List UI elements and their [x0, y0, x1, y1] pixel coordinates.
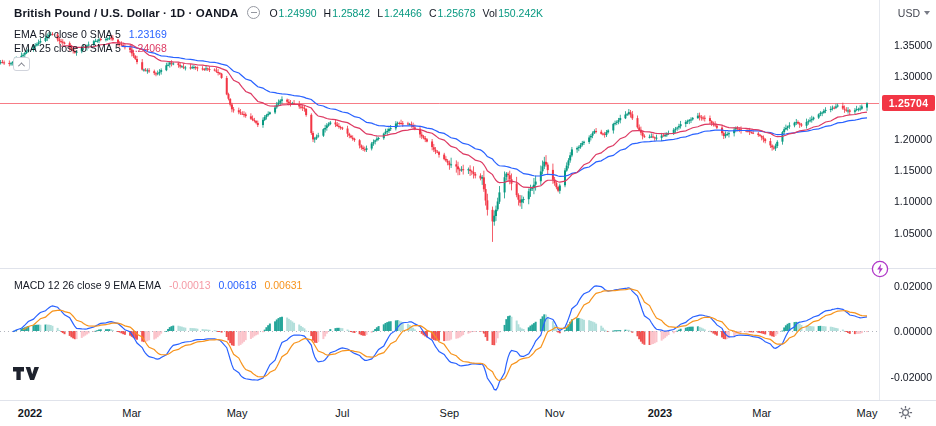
time-tick-label: Sep — [440, 407, 460, 420]
price-tick-label: 1.20000 — [894, 133, 932, 145]
time-tick-label: Nov — [545, 407, 565, 420]
time-axis[interactable]: 2022MarMayJulSepNov2023MarMay — [0, 401, 936, 426]
caret-down-icon — [924, 11, 930, 15]
last-price-badge: 1.25704 — [882, 95, 935, 111]
time-tick-label: 2023 — [648, 407, 672, 420]
time-tick-label: May — [227, 407, 248, 420]
price-tick-label: 1.30000 — [894, 70, 932, 82]
legend-macd[interactable]: MACD 12 26 close 9 EMA EMA -0.00013 0.00… — [14, 279, 302, 291]
legend-macd-hist-value: -0.00013 — [169, 279, 210, 291]
macd-tick-label: 0.00000 — [894, 325, 932, 337]
legend-ema50-label: EMA 50 close 0 SMA 5 — [14, 28, 121, 40]
chart-header: British Pound / U.S. Dollar · 1D · OANDA… — [14, 6, 543, 19]
time-tick-label: Mar — [122, 407, 141, 420]
price-axis[interactable]: USD 1.25704 1.350001.300001.200001.15000… — [880, 0, 936, 400]
minus-circle-icon[interactable] — [247, 6, 260, 19]
gear-icon[interactable] — [898, 405, 913, 424]
legend-ema50[interactable]: EMA 50 close 0 SMA 5 1.23169 — [14, 28, 167, 40]
chevron-up-icon[interactable] — [13, 57, 30, 71]
price-tick-label: 1.05000 — [894, 227, 932, 239]
unit-label: USD — [898, 7, 920, 19]
high-value: H1.25842 — [324, 7, 371, 19]
lightning-icon[interactable] — [871, 260, 889, 282]
price-tick-label: 1.15000 — [894, 164, 932, 176]
unit-selector[interactable]: USD — [880, 7, 930, 19]
macd-tick-label: -0.02000 — [891, 371, 932, 383]
price-tick-label: 1.10000 — [894, 195, 932, 207]
ohlc-readout: O1.24990 H1.25842 L1.24466 C1.25678 Vol1… — [269, 7, 543, 19]
legend-macd-label: MACD 12 26 close 9 EMA EMA — [14, 279, 161, 291]
legend-ema50-value: 1.23169 — [129, 28, 167, 40]
legend-ema25-value: 1.24068 — [129, 42, 167, 54]
tradingview-logo[interactable] — [13, 366, 40, 385]
time-tick-label: Mar — [752, 407, 771, 420]
close-value: C1.25678 — [429, 7, 476, 19]
price-chart-pane[interactable] — [0, 0, 879, 400]
time-tick-label: Jul — [335, 407, 349, 420]
tradingview-chart-window: British Pound / U.S. Dollar · 1D · OANDA… — [0, 0, 936, 426]
low-value: L1.24466 — [377, 7, 422, 19]
legend-ema25[interactable]: EMA 25 close 0 SMA 5 1.24068 — [14, 42, 167, 54]
volume-value: Vol150.242K — [483, 7, 544, 19]
price-tick-label: 1.35000 — [894, 39, 932, 51]
time-tick-label: 2022 — [18, 407, 42, 420]
open-value: O1.24990 — [269, 7, 316, 19]
macd-tick-label: 0.02000 — [894, 280, 932, 292]
pane-separator[interactable] — [0, 268, 936, 269]
legend-macd-line-value: 0.00618 — [219, 279, 257, 291]
symbol-title[interactable]: British Pound / U.S. Dollar · 1D · OANDA — [14, 7, 238, 19]
legend-macd-signal-value: 0.00631 — [264, 279, 302, 291]
time-tick-label: May — [857, 407, 878, 420]
legend-ema25-label: EMA 25 close 0 SMA 5 — [14, 42, 121, 54]
